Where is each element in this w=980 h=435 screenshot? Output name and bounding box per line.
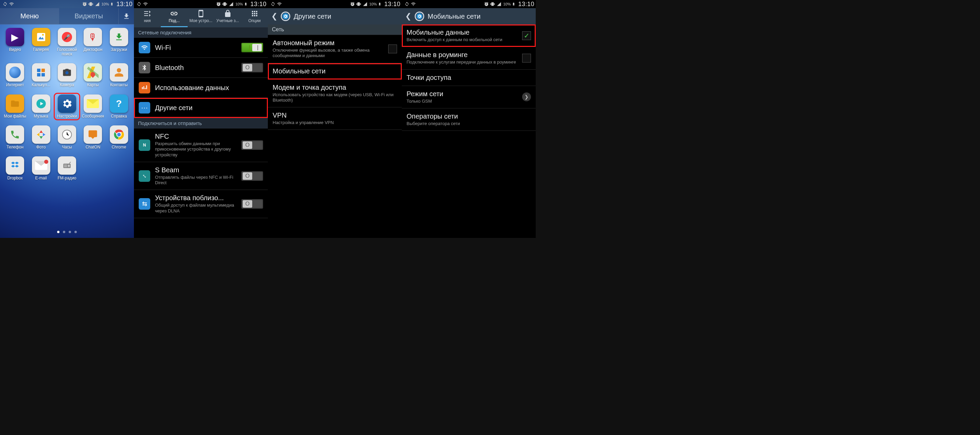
- status-clock: 13:10: [383, 1, 401, 8]
- app-clock[interactable]: Часы: [56, 125, 78, 149]
- page-dot-4[interactable]: [75, 231, 77, 233]
- svg-rect-14: [64, 165, 67, 165]
- app-chaton[interactable]: ChatON: [81, 125, 104, 149]
- wifi-status-icon: [143, 2, 148, 6]
- status-clock: 13:10: [517, 1, 535, 8]
- settings-tab-connections-left[interactable]: ния: [134, 8, 161, 27]
- row-sbeam[interactable]: ⤡S BeamОтправлять файлы через NFC и Wi-F…: [134, 162, 268, 190]
- row-nearby[interactable]: ⇆Устройства поблизо...Общий доступ к фай…: [134, 190, 268, 218]
- app-music[interactable]: Музыка: [29, 94, 52, 119]
- signal-status-icon: [228, 2, 234, 6]
- app-contacts[interactable]: Контакты: [107, 63, 130, 87]
- app-settings[interactable]: Настройки: [56, 94, 78, 119]
- back-button[interactable]: ❮: [271, 12, 277, 21]
- toggle-switch[interactable]: O: [241, 140, 263, 150]
- row-more[interactable]: ⋯Другие сети: [134, 98, 268, 118]
- app-dropbox[interactable]: Dropbox: [3, 156, 27, 181]
- screen-settings: 10% 13:10 ния Под... Мое устро... Учетны…: [134, 0, 268, 238]
- svg-line-16: [69, 162, 70, 164]
- row-datausage[interactable]: Использование данных: [134, 78, 268, 98]
- app-calc[interactable]: Калькул...: [29, 63, 52, 87]
- checkbox[interactable]: [388, 44, 397, 53]
- app-phone[interactable]: Телефон: [3, 125, 27, 149]
- row-roam[interactable]: Данные в роумингеПодключение к услугам п…: [402, 47, 536, 69]
- screen-more-networks: 10% 13:10 ❮ Другие сети Сеть Автономный …: [268, 0, 402, 238]
- row-title: Режим сети: [407, 90, 517, 98]
- app-maps[interactable]: Карты: [81, 63, 104, 87]
- toggle-switch[interactable]: O: [241, 171, 263, 181]
- toggle-switch[interactable]: O: [241, 63, 263, 72]
- app-chrome[interactable]: Chrome: [107, 125, 130, 149]
- back-button[interactable]: ❮: [405, 12, 411, 21]
- app-help[interactable]: ?Справка: [107, 94, 130, 119]
- svg-point-3: [65, 71, 68, 75]
- battery-percent: 10%: [503, 2, 511, 6]
- status-bar: 10% 13:10: [402, 0, 536, 8]
- app-gallery[interactable]: Галерея: [29, 28, 52, 56]
- row-wifi[interactable]: Wi-Fi |: [134, 38, 268, 58]
- row-apn[interactable]: Точки доступа: [402, 70, 536, 86]
- app-label: ChatON: [86, 145, 100, 149]
- row-vpn[interactable]: VPNНастройка и управление VPN: [268, 107, 402, 130]
- row-mdata[interactable]: Мобильные данныеВключить доступ к данным…: [402, 24, 536, 47]
- category-network: Сеть: [268, 24, 402, 35]
- download-apps-button[interactable]: [118, 8, 134, 24]
- settings-tab-connections[interactable]: Под...: [161, 8, 188, 27]
- row-mobilenets[interactable]: Мобильные сети: [268, 63, 402, 79]
- screen-mobile-networks: 10% 13:10 ❮ Мобильные сети Мобильные дан…: [402, 0, 536, 238]
- status-clock: 13:10: [115, 1, 132, 8]
- app-label: Dropbox: [8, 176, 23, 181]
- contacts-icon: [110, 63, 128, 81]
- row-title: Автономный режим: [273, 39, 383, 47]
- row-bt[interactable]: BluetoothO: [134, 58, 268, 78]
- row-operators[interactable]: Операторы сетиВыберите оператора сети: [402, 108, 536, 131]
- app-video[interactable]: ▶Видео: [3, 28, 27, 56]
- checkbox[interactable]: [522, 54, 531, 62]
- radio-icon: [58, 156, 76, 175]
- google-sync-icon: [404, 2, 409, 6]
- row-title: Другие сети: [155, 104, 263, 112]
- app-camera[interactable]: Камера: [56, 63, 78, 87]
- app-internet[interactable]: Интернет: [3, 63, 27, 87]
- page-dot-2[interactable]: [63, 231, 65, 233]
- google-sync-icon: [137, 2, 142, 6]
- row-netmode[interactable]: Режим сетиТолько GSM❯: [402, 86, 536, 108]
- app-files[interactable]: Мои файлы: [3, 94, 27, 119]
- row-airplane[interactable]: Автономный режимОтключение функций вызов…: [268, 35, 402, 63]
- app-messages[interactable]: Сообщения: [81, 94, 104, 119]
- app-downloads[interactable]: Загрузки: [107, 28, 130, 56]
- page-dot-1[interactable]: [57, 231, 59, 233]
- phone-icon: [6, 125, 24, 144]
- app-photos[interactable]: Фото: [29, 125, 52, 149]
- row-title: S Beam: [155, 166, 237, 174]
- music-icon: [32, 94, 50, 113]
- chaton-icon: [84, 125, 102, 144]
- app-recorder[interactable]: 🎙Диктофон: [81, 28, 104, 56]
- app-label: E-mail: [35, 176, 47, 181]
- chevron-right-icon: ❯: [522, 92, 531, 101]
- app-email[interactable]: E-mail: [29, 156, 52, 181]
- toggle-switch[interactable]: O: [241, 199, 263, 209]
- google-sync-icon: [3, 2, 8, 6]
- title-bar: ❮ Мобильные сети: [402, 8, 536, 24]
- app-voice[interactable]: 🎤Голосовой поиск: [56, 28, 78, 56]
- app-label: Загрузки: [111, 48, 127, 52]
- signal-status-icon: [362, 2, 368, 6]
- app-radio[interactable]: FM-радио: [56, 156, 78, 181]
- tab-widgets[interactable]: Виджеты: [59, 8, 118, 24]
- row-nfc[interactable]: NNFCРазрешить обмен данными при прикосно…: [134, 129, 268, 162]
- settings-tab-device[interactable]: Мое устро...: [188, 8, 215, 27]
- page-dot-3[interactable]: [68, 231, 71, 233]
- row-tether[interactable]: Модем и точка доступаИспользовать устрой…: [268, 79, 402, 108]
- row-title: Мобильные сети: [273, 67, 397, 75]
- section-network-connections: Сетевые подключения: [134, 27, 268, 38]
- settings-tab-accounts[interactable]: Учетные з...: [214, 8, 241, 27]
- google-sync-icon: [270, 2, 275, 6]
- checkbox[interactable]: ✓: [522, 31, 531, 40]
- tab-menu[interactable]: Меню: [0, 8, 59, 24]
- toggle-switch[interactable]: |: [241, 43, 263, 52]
- settings-list-2: NNFCРазрешить обмен данными при прикосно…: [134, 129, 268, 218]
- row-subtitle: Выберите оператора сети: [407, 121, 531, 126]
- settings-tab-more[interactable]: Опции: [241, 8, 268, 27]
- app-label: Камера: [60, 83, 74, 87]
